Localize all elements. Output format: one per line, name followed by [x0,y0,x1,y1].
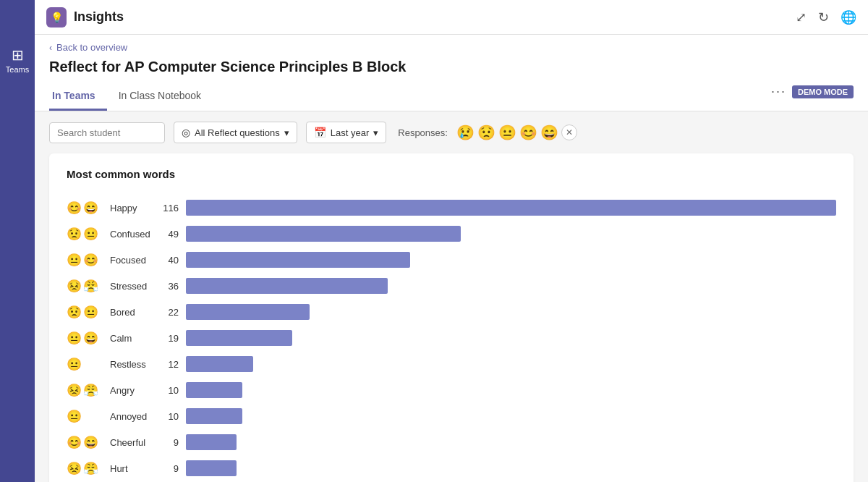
back-arrow-icon: ‹ [49,43,52,53]
questions-chevron-icon: ▾ [284,127,289,138]
bar-emoji: 😤 [83,279,98,294]
bar-count: 12 [161,359,186,370]
emoji-neutral-button[interactable]: 😐 [498,125,516,140]
bar-count: 19 [161,333,186,344]
bar-emojis: 😣😤 [67,383,107,398]
header-right: ⤢ ↻ 🌐 [796,9,856,25]
app-header: 💡 Insights ⤢ ↻ 🌐 [35,0,868,35]
bar-emoji: 😊 [67,435,82,450]
questions-label: All Reflect questions [195,127,280,138]
more-options-button[interactable]: ··· [771,84,786,99]
tab-in-teams[interactable]: In Teams [49,84,107,111]
emoji-very-sad-button[interactable]: 😢 [456,125,475,140]
bar-track [186,382,836,398]
bar-row: 😐😄 Calm 19 [67,325,836,351]
breadcrumb[interactable]: ‹ Back to overview [49,42,854,53]
emoji-sad-button[interactable]: 😟 [477,125,495,140]
header-left: 💡 Insights [46,7,124,28]
bar-label: Happy [107,203,161,213]
breadcrumb-text: Back to overview [56,42,127,53]
tabs-container: In Teams In Class Notebook [49,84,854,111]
bar-emoji: 😟 [67,227,82,242]
emoji-filter: 😢 😟 😐 😊 😄 ✕ [456,124,577,140]
bar-emojis: 😐 [67,409,107,424]
bar-track [186,330,836,346]
bar-fill [186,434,237,450]
bar-emoji: 😐 [67,357,82,372]
bar-emoji: 😣 [67,461,82,476]
bar-label: Stressed [107,281,161,292]
app-logo: 💡 [46,7,67,28]
bar-label: Annoyed [107,411,161,422]
bar-label: Angry [107,385,161,396]
bar-emoji: 😤 [83,383,98,398]
bar-count: 9 [161,463,186,474]
bar-count: 49 [161,229,186,240]
bar-emoji: 😐 [83,227,98,242]
bar-row: 😟😐 Bored 22 [67,299,836,325]
bar-row: 😣😤 Angry 10 [67,377,836,403]
bar-track [186,278,836,294]
bar-track [186,434,836,450]
bar-track [186,252,836,268]
bar-emoji: 😟 [67,305,82,320]
bar-fill [186,356,253,372]
page-title: Reflect for AP Computer Science Principl… [49,59,854,75]
bar-label: Calm [107,333,161,344]
date-filter-button[interactable]: 📅 Last year ▾ [306,122,386,143]
bar-row: 😐😊 Focused 40 [67,247,836,273]
logo-icon: 💡 [51,12,63,23]
bar-label: Bored [107,307,161,318]
questions-filter-button[interactable]: ◎ All Reflect questions ▾ [174,122,297,143]
emoji-very-happy-button[interactable]: 😄 [540,125,558,140]
bar-fill [186,382,242,398]
bar-row: 😐 Annoyed 10 [67,403,836,429]
bar-track [186,226,836,242]
refresh-icon[interactable]: ↻ [818,9,829,25]
bar-label: Focused [107,255,161,266]
bar-emoji: 😐 [67,253,82,268]
date-label: Last year [331,127,369,138]
bar-emojis: 😣😤 [67,279,107,294]
bar-emojis: 😊😄 [67,200,107,216]
search-input[interactable] [49,122,165,143]
bar-emojis: 😐😄 [67,331,107,346]
collapse-icon[interactable]: ⤢ [796,9,807,25]
bar-track [186,356,836,372]
bar-row: 😟😐 Confused 49 [67,221,836,247]
bar-row: 😐 Restless 12 [67,351,836,377]
reflect-icon: ◎ [182,127,190,138]
top-right-controls: ··· DEMO MODE [771,84,854,99]
bar-emoji: 😊 [67,200,82,216]
bar-label: Restless [107,359,161,370]
emoji-happy-button[interactable]: 😊 [519,125,537,140]
bar-emojis: 😟😐 [67,227,107,242]
bar-fill [186,460,237,476]
bar-count: 10 [161,411,186,422]
bar-count: 10 [161,385,186,396]
bar-emoji: 😄 [83,435,98,450]
tab-in-class-notebook[interactable]: In Class Notebook [116,84,213,111]
bar-fill [186,330,292,346]
app-title: Insights [74,9,124,25]
bar-emojis: 😐😊 [67,253,107,268]
bar-emoji: 😣 [67,383,82,398]
bar-track [186,200,836,216]
sidebar-item-teams[interactable]: ⊞ Teams [3,41,32,80]
bar-emoji: 😄 [83,200,98,216]
bar-row: 😣😤 Hurt 9 [67,455,836,481]
clear-filter-button[interactable]: ✕ [561,124,577,140]
bar-fill [186,408,242,424]
globe-icon[interactable]: 🌐 [841,9,856,25]
bar-track [186,408,836,424]
chart-title: Most common words [67,168,836,180]
bar-emoji: 😐 [67,331,82,346]
main-content: 💡 Insights ⤢ ↻ 🌐 ‹ Back to overview ··· … [35,0,868,482]
bar-emoji: 😐 [83,305,98,320]
bar-count: 40 [161,255,186,266]
bar-label: Cheerful [107,437,161,448]
bar-count: 22 [161,307,186,318]
bar-emoji: 😤 [83,461,98,476]
bar-emoji: 😄 [83,331,98,346]
bar-fill [186,226,461,242]
